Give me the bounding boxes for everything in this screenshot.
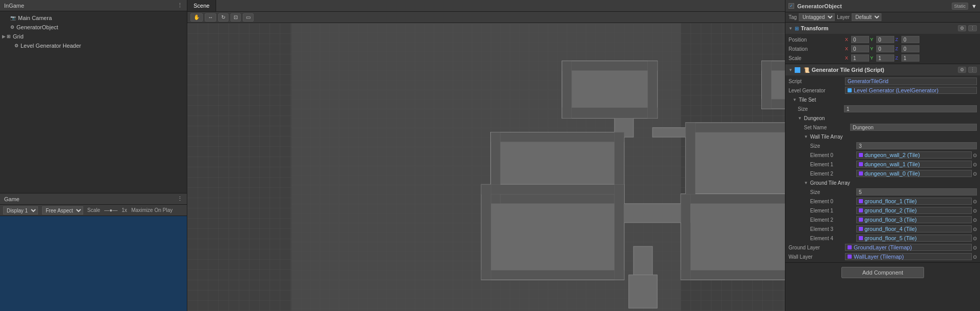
transform-settings-btn[interactable]: ⚙: [958, 25, 966, 31]
gen-expand-icon: ▼: [789, 68, 793, 72]
game-content: [0, 216, 187, 311]
wall-element-1-value[interactable]: dungeon_wall_1 (Tile): [856, 161, 972, 168]
ground-layer-link-icon[interactable]: ⊙: [973, 245, 977, 250]
aspect-select[interactable]: Free Aspect: [42, 206, 83, 215]
hierarchy-label-main-camera: Main Camera: [18, 15, 52, 21]
set-name-row: Set Name Dungeon: [785, 123, 980, 132]
wall-elem-1-link-icon[interactable]: ⊙: [973, 162, 977, 167]
tag-select[interactable]: Untagged: [799, 13, 835, 21]
wall-elem-2-link-icon[interactable]: ⊙: [973, 171, 977, 177]
level-gen-value[interactable]: Level Generator (LevelGenerator): [845, 87, 977, 94]
ground-element-1-row: Element 1 ground_floor_2 (Tile) ⊙: [785, 206, 980, 215]
wall-tile-1-text: dungeon_wall_1 (Tile): [864, 161, 920, 167]
display-select[interactable]: Display 1: [3, 206, 38, 215]
wall-element-0-value[interactable]: dungeon_wall_2 (Tile): [856, 151, 972, 159]
ground-size-value[interactable]: 5: [856, 188, 977, 196]
object-enabled-checkbox[interactable]: ✓: [789, 3, 794, 9]
ground-layer-row: Ground Layer GroundLayer (Tilemap) ⊙: [785, 243, 980, 252]
pos-x-value[interactable]: 0: [851, 36, 869, 43]
ground-elem-2-link-icon[interactable]: ⊙: [973, 217, 977, 223]
ground-tile-array-header[interactable]: ▼ Ground Tile Array: [785, 178, 980, 187]
hierarchy-item-grid[interactable]: ▶ ⊞ Grid: [0, 32, 187, 41]
rot-x-value[interactable]: 0: [851, 45, 869, 52]
set-name-value[interactable]: Dungeon: [850, 124, 977, 131]
static-dropdown-icon[interactable]: ▼: [971, 3, 977, 9]
svg-rect-35: [482, 185, 624, 195]
ground-element-4-row: Element 4 ground_floor_5 (Tile) ⊙: [785, 234, 980, 243]
gen-actions: ⚙ ⋮: [958, 67, 977, 73]
grid-arrow-icon: ▶: [2, 34, 6, 39]
pos-z-value[interactable]: 0: [901, 36, 919, 43]
pos-y-value[interactable]: 0: [876, 36, 894, 43]
wall-elem-0-link-icon[interactable]: ⊙: [973, 152, 977, 158]
ground-elem-3-link-icon[interactable]: ⊙: [973, 226, 977, 232]
toolbar-hand[interactable]: ✋: [190, 13, 203, 22]
inspector-top-bar: ✓ GeneratorObject Static ▼: [785, 0, 980, 12]
hierarchy-item-generator-object[interactable]: ⚙ GeneratorObject: [0, 23, 187, 32]
gen-more-btn[interactable]: ⋮: [968, 67, 977, 73]
tile-set-size-value[interactable]: 1: [844, 105, 977, 112]
svg-rect-25: [762, 61, 772, 109]
script-value[interactable]: GeneratorTileGrid: [845, 77, 977, 85]
tile-set-size-label: Size: [798, 106, 844, 112]
ground-elem-1-link-icon[interactable]: ⊙: [973, 208, 977, 213]
transform-component: ▼ ⊞ Transform ⚙ ⋮ Position X 0: [785, 23, 980, 64]
level-gen-row: Level Generator Level Generator (LevelGe…: [785, 86, 980, 95]
wall-element-0-label: Element 0: [810, 152, 856, 158]
hierarchy-item-main-camera[interactable]: 📷 Main Camera: [0, 13, 187, 23]
dungeon-section-header[interactable]: ▼ Dungeon: [785, 113, 980, 123]
maximize-label[interactable]: Maximize On Play: [131, 207, 173, 213]
game-panel-menu-icon[interactable]: ⋮: [177, 196, 183, 202]
ground-element-1-value[interactable]: ground_floor_2 (Tile): [856, 207, 972, 214]
hierarchy-header: InGame ⋮: [0, 0, 187, 11]
gen-settings-btn[interactable]: ⚙: [958, 67, 966, 73]
transform-header[interactable]: ▼ ⊞ Transform ⚙ ⋮: [785, 23, 980, 34]
ground-tile-0-icon: [859, 199, 863, 203]
tile-set-arrow: ▼: [793, 98, 797, 102]
ground-element-3-value[interactable]: ground_floor_4 (Tile): [856, 225, 972, 232]
wall-size-value[interactable]: 3: [856, 142, 977, 149]
rot-z-value[interactable]: 0: [901, 45, 919, 52]
ground-layer-label: Ground Layer: [789, 245, 845, 250]
ground-elem-0-link-icon[interactable]: ⊙: [973, 199, 977, 204]
hierarchy-menu-icon[interactable]: ⋮: [177, 2, 183, 9]
toolbar-scale[interactable]: ⊡: [230, 13, 241, 22]
ground-tile-1-icon: [859, 208, 863, 212]
transform-expand-icon: ▼: [789, 26, 793, 31]
gen-tile-grid-header[interactable]: ▼ 📜 Generator Tile Grid (Script) ⚙ ⋮: [785, 64, 980, 75]
rot-z-label: Z: [895, 46, 900, 51]
scale-slider[interactable]: —●—: [104, 207, 118, 213]
add-component-section: Add Component: [785, 263, 980, 282]
wall-layer-value[interactable]: WallLayer (Tilemap): [845, 253, 972, 260]
ground-element-2-value[interactable]: ground_floor_3 (Tile): [856, 216, 972, 223]
ground-element-3-label: Element 3: [810, 226, 856, 232]
layer-select[interactable]: Default: [852, 13, 881, 21]
scene-tab[interactable]: Scene: [187, 0, 216, 11]
hierarchy-item-level-gen[interactable]: ⚙ Level Generator Header: [0, 41, 187, 50]
add-component-button[interactable]: Add Component: [841, 267, 925, 278]
rot-y-value[interactable]: 0: [876, 45, 894, 52]
gen-enabled-checkbox[interactable]: [795, 67, 800, 73]
ground-layer-value[interactable]: GroundLayer (Tilemap): [845, 244, 972, 251]
scale-y-value[interactable]: 1: [876, 54, 894, 62]
svg-rect-8: [686, 123, 785, 203]
toolbar-rotate[interactable]: ↻: [218, 13, 228, 22]
set-name-label: Set Name: [804, 125, 850, 130]
transform-more-btn[interactable]: ⋮: [968, 25, 977, 31]
toolbar-rect[interactable]: ▭: [243, 13, 254, 22]
wall-element-2-value[interactable]: dungeon_wall_0 (Tile): [856, 170, 972, 177]
toolbar-move[interactable]: ↔: [205, 13, 216, 22]
svg-rect-15: [652, 128, 690, 138]
game-tab-label[interactable]: Game: [4, 196, 20, 202]
tile-set-header[interactable]: ▼ Tile Set: [785, 95, 980, 104]
scale-z-value[interactable]: 1: [901, 54, 919, 62]
wall-size-row: Size 3: [785, 141, 980, 150]
scale-x-value[interactable]: 1: [851, 54, 869, 62]
wall-layer-link-icon[interactable]: ⊙: [973, 254, 977, 260]
ground-elem-4-link-icon[interactable]: ⊙: [973, 236, 977, 241]
ground-element-4-value[interactable]: ground_floor_5 (Tile): [856, 235, 972, 242]
ground-element-0-value[interactable]: ground_floor_1 (Tile): [856, 198, 972, 205]
wall-tile-array-header[interactable]: ▼ Wall Tile Array: [785, 132, 980, 141]
wall-element-1-row: Element 1 dungeon_wall_1 (Tile) ⊙: [785, 160, 980, 169]
ground-tile-4-text: ground_floor_5 (Tile): [864, 235, 917, 241]
